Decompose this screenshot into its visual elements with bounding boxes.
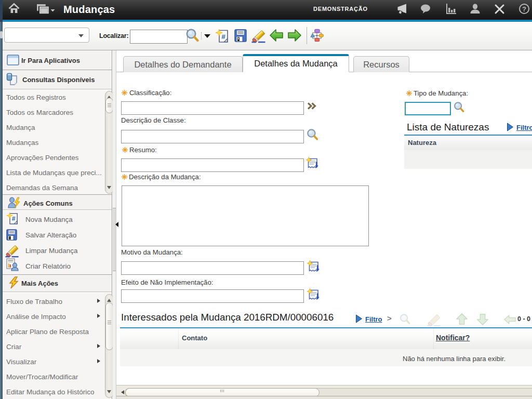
svg-text:#: #	[12, 215, 16, 222]
svg-text:#: #	[221, 33, 225, 41]
svg-text:?: ?	[522, 5, 526, 13]
